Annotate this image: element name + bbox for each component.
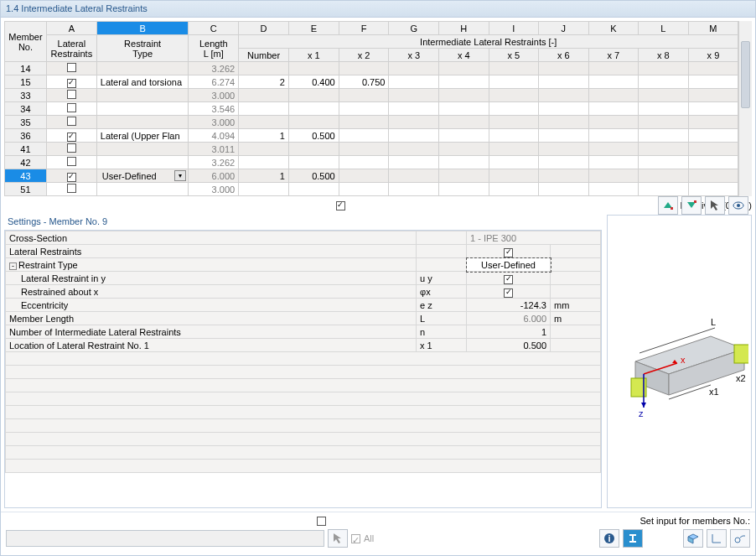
all-label: All <box>364 533 374 543</box>
table-row[interactable]: 423.262 <box>5 156 738 169</box>
row-location-1[interactable]: Location of Lateral Restraint No. 1x 1 0… <box>6 339 601 352</box>
window: 1.4 Intermediate Lateral Restraints Memb… <box>0 0 756 556</box>
restraint-checkbox[interactable] <box>67 63 76 72</box>
row-num-ilr[interactable]: Number of Intermediate Lateral Restraint… <box>6 325 601 339</box>
relatively-checkbox[interactable] <box>336 201 345 210</box>
bottom-bar: Set input for members No.: ✓ All i <box>1 512 755 555</box>
restraint-checkbox[interactable] <box>67 184 76 193</box>
svg-text:L: L <box>711 317 716 327</box>
member-3d-icon: x z L x1 x2 <box>610 278 748 445</box>
table-row[interactable]: 36Lateral (Upper Flan4.09410.500 <box>5 129 738 143</box>
all-checkbox[interactable]: ✓ <box>351 534 360 543</box>
svg-text:x2: x2 <box>736 373 746 383</box>
svg-text:x1: x1 <box>709 387 719 397</box>
row-lateral-y[interactable]: Lateral Restraint in yu y <box>6 272 601 285</box>
table-row[interactable]: 43User-Defined▾6.00010.500 <box>5 169 738 183</box>
relatively-row: Relatively (0 ... 1) <box>4 196 752 215</box>
restraint-checkbox[interactable] <box>67 90 76 99</box>
restraint-checkbox[interactable] <box>67 133 76 142</box>
svg-point-5 <box>737 204 740 207</box>
settings-panel: Settings - Member No. 9 Cross-Section 1 … <box>4 215 602 508</box>
dropdown-icon[interactable]: ▾ <box>174 170 186 181</box>
col-I[interactable]: I <box>489 22 539 35</box>
grid-vscroll[interactable] <box>738 21 752 196</box>
svg-marker-2 <box>687 202 696 208</box>
select-button[interactable] <box>705 196 725 215</box>
col-L[interactable]: L <box>639 22 689 35</box>
col-G[interactable]: G <box>389 22 439 35</box>
restraint-checkbox[interactable] <box>67 79 76 88</box>
table-row[interactable]: 513.000 <box>5 183 738 196</box>
members-input[interactable] <box>6 530 324 547</box>
row-cross-section[interactable]: Cross-Section 1 - IPE 300 <box>6 231 601 245</box>
collapse-icon[interactable]: - <box>9 262 17 270</box>
col-I-sub: x 5 <box>489 49 539 62</box>
lower-panels: Settings - Member No. 9 Cross-Section 1 … <box>1 215 755 512</box>
pick-members-button[interactable] <box>328 529 348 548</box>
table-row[interactable]: 15Lateral and torsiona6.27420.4000.750 <box>5 75 738 89</box>
cross-section-button[interactable] <box>623 529 643 548</box>
row-lateral-restraints[interactable]: Lateral Restraints <box>6 245 601 258</box>
restraint-checkbox[interactable] <box>67 103 76 112</box>
table-row[interactable]: 353.000 <box>5 116 738 129</box>
view-button[interactable] <box>728 196 748 215</box>
col-M-sub: x 9 <box>688 49 738 62</box>
col-E[interactable]: E <box>288 22 339 35</box>
axes-button[interactable] <box>707 529 727 548</box>
lateral-restraints-checkbox[interactable] <box>504 248 513 257</box>
table-row[interactable]: 143.262 <box>5 62 738 75</box>
col-K-sub: x 7 <box>588 49 639 62</box>
col-M[interactable]: M <box>688 22 738 35</box>
svg-point-29 <box>735 538 740 543</box>
col-H[interactable]: H <box>439 22 489 35</box>
info-button[interactable]: i <box>599 529 619 548</box>
col-A[interactable]: A <box>46 22 96 35</box>
table-row[interactable]: 343.546 <box>5 102 738 116</box>
svg-rect-10 <box>734 345 748 363</box>
col-member-no: MemberNo. <box>5 22 47 62</box>
settings-grid[interactable]: Cross-Section 1 - IPE 300 Lateral Restra… <box>5 231 601 473</box>
svg-marker-15 <box>641 403 646 408</box>
col-F-sub: x 2 <box>339 49 389 62</box>
col-J[interactable]: J <box>539 22 589 35</box>
rest-x-checkbox[interactable] <box>504 288 513 298</box>
table-row[interactable]: 413.011 <box>5 143 738 156</box>
col-G-sub: x 3 <box>389 49 439 62</box>
settings-title: Settings - Member No. 9 <box>4 215 602 230</box>
svg-rect-1 <box>671 207 673 210</box>
col-D[interactable]: D <box>239 22 289 35</box>
col-K[interactable]: K <box>588 22 639 35</box>
preview-panel: x z L x1 x2 <box>607 215 752 508</box>
col-B[interactable]: B <box>96 22 189 35</box>
col-D-sub: Number <box>239 49 289 62</box>
col-H-sub: x 4 <box>439 49 489 62</box>
row-member-length[interactable]: Member LengthL 6.000m <box>6 312 601 325</box>
svg-rect-26 <box>629 541 636 543</box>
col-L-sub: x 8 <box>639 49 689 62</box>
svg-text:i: i <box>608 533 610 543</box>
panel-title: 1.4 Intermediate Lateral Restraints <box>1 1 755 18</box>
col-C-sub: LengthL [m] <box>189 35 239 62</box>
lat-y-checkbox[interactable] <box>504 275 513 284</box>
row-eccentricity[interactable]: Eccentricitye z -124.3mm <box>6 299 601 312</box>
row-restraint-type[interactable]: -Restraint Type User-Defined <box>6 258 601 272</box>
jump-button[interactable] <box>730 529 750 548</box>
sort-asc-button[interactable] <box>658 196 678 215</box>
row-restrained-x[interactable]: Restrained about xφx <box>6 285 601 299</box>
sort-desc-button[interactable] <box>681 196 702 215</box>
col-F[interactable]: F <box>339 22 389 35</box>
col-C[interactable]: C <box>189 22 239 35</box>
restraint-checkbox[interactable] <box>67 173 76 182</box>
restraint-checkbox[interactable] <box>67 143 76 153</box>
restraint-checkbox[interactable] <box>67 117 76 126</box>
svg-marker-0 <box>664 202 672 208</box>
grid-area: MemberNo. A B C D E F G H I J K L M Late… <box>1 18 755 215</box>
restraint-checkbox[interactable] <box>67 157 76 166</box>
table-row[interactable]: 333.000 <box>5 89 738 102</box>
restraints-grid[interactable]: MemberNo. A B C D E F G H I J K L M Late… <box>4 21 738 196</box>
svg-text:z: z <box>639 408 644 418</box>
col-A-sub: LateralRestraints <box>46 35 96 62</box>
svg-text:x: x <box>681 355 686 365</box>
set-input-checkbox[interactable] <box>317 517 326 526</box>
view-3d-button[interactable] <box>683 529 703 548</box>
